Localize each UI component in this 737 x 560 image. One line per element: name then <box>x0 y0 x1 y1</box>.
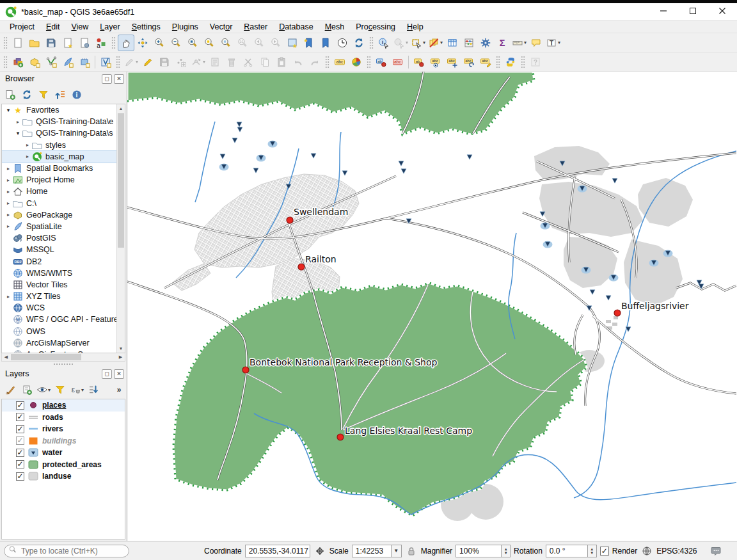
measure-button[interactable]: ▾ <box>511 35 528 51</box>
crs-value[interactable]: EPSG:4326 <box>656 547 697 556</box>
browser-item-qgis-training-data-e[interactable]: ▸QGIS-Training-Data\e <box>2 116 116 127</box>
expander-icon[interactable]: ▸ <box>4 294 12 300</box>
zoom-to-selection-button[interactable] <box>201 35 218 51</box>
new-temporary-scratch-layer-button[interactable] <box>76 54 93 70</box>
change-label-properties-button[interactable]: abc <box>477 54 494 70</box>
layer-checkbox[interactable]: ✓ <box>16 425 24 433</box>
layer-row-places[interactable]: ✓places <box>2 399 125 412</box>
expander-icon[interactable]: ▸ <box>4 189 12 195</box>
menu-processing[interactable]: Processing <box>350 22 401 32</box>
expander-icon[interactable]: ▸ <box>4 223 12 229</box>
browser-item-project-home[interactable]: ▸Project Home <box>2 174 116 186</box>
dropdown-arrow-icon[interactable]: ▾ <box>203 59 205 65</box>
open-layer-styling-button[interactable] <box>3 382 18 397</box>
browser-item-wfs-ogc-api-features[interactable]: VWFS / OGC API - Features <box>2 314 116 325</box>
browser-item-arcgismapserver[interactable]: ArcGisMapServer <box>2 337 116 349</box>
expander-icon[interactable]: ▾ <box>14 130 22 136</box>
toolbar-drag-handle[interactable] <box>3 55 8 69</box>
menu-layer[interactable]: Layer <box>94 22 125 32</box>
menu-view[interactable]: View <box>65 22 94 32</box>
zoom-in-button[interactable] <box>151 35 168 51</box>
layer-checkbox[interactable]: ✓ <box>16 436 24 445</box>
zoom-out-button[interactable] <box>168 35 184 51</box>
magnifier-value[interactable]: 100% <box>456 545 502 557</box>
menu-project[interactable]: Project <box>4 22 40 32</box>
browser-float-button[interactable]: ◻ <box>102 74 112 84</box>
layers-close-button[interactable]: ✕ <box>114 369 124 379</box>
field-calculator-button[interactable] <box>461 35 477 51</box>
new-shapefile-layer-button[interactable] <box>43 54 59 70</box>
locator-input[interactable] <box>20 546 116 556</box>
close-button[interactable] <box>708 3 737 20</box>
browser-item-arcgisfeatureserver[interactable]: ArcGisFeatureServer <box>2 349 116 353</box>
open-data-source-manager-button[interactable] <box>10 54 26 70</box>
save-project-button[interactable] <box>43 35 59 51</box>
extents-toggle-icon[interactable] <box>313 545 326 557</box>
dropdown-arrow-icon[interactable]: ▾ <box>423 40 425 45</box>
browser-hscrollbar[interactable]: ◀ ▶ <box>1 353 125 362</box>
browser-item-basic-map[interactable]: ▸basic_map <box>2 151 116 163</box>
rotation-value[interactable]: 0.0 ° <box>546 545 588 557</box>
layer-checkbox[interactable]: ✓ <box>16 472 24 481</box>
collapse-all-button[interactable] <box>52 87 68 102</box>
deselect-features-button[interactable]: ▾ <box>427 35 444 51</box>
layer-row-water[interactable]: ✓water <box>2 447 125 459</box>
coordinate-value[interactable]: 20.5535,-34.0117 <box>245 545 310 557</box>
scroll-down-arrow[interactable]: ▼ <box>117 344 125 353</box>
expander-icon[interactable]: ▸ <box>4 200 12 206</box>
browser-item-home[interactable]: ▸Home <box>2 186 116 197</box>
scroll-left-arrow[interactable]: ◀ <box>2 353 10 361</box>
browser-item-ows[interactable]: OWS <box>2 326 116 337</box>
browser-item-vector-tiles[interactable]: Vector Tiles <box>2 279 116 291</box>
python-console-button[interactable] <box>502 54 519 70</box>
toolbar-drag-handle[interactable] <box>325 55 329 69</box>
menu-vector[interactable]: Vector <box>204 22 238 32</box>
browser-item-wcs[interactable]: WCS <box>2 302 116 314</box>
dropdown-arrow-icon[interactable]: ▾ <box>406 40 408 45</box>
dropdown-arrow-icon[interactable]: ▾ <box>524 40 527 45</box>
rotate-label-button[interactable]: abc <box>461 54 477 70</box>
rotation-steppers[interactable]: ▲▼ <box>588 545 597 557</box>
toggle-unplaced-labels-button[interactable]: abc <box>390 54 406 70</box>
style-manager-button[interactable]: a <box>93 35 109 51</box>
dropdown-arrow-icon[interactable]: ▾ <box>440 40 443 45</box>
scale-value[interactable]: 1:42253 <box>352 545 392 557</box>
magnifier-steppers[interactable]: ▲▼ <box>502 545 511 557</box>
open-project-button[interactable] <box>26 35 43 51</box>
layer-row-landuse[interactable]: ✓landuse <box>2 470 125 483</box>
expander-icon[interactable]: ▸ <box>4 177 12 183</box>
menu-database[interactable]: Database <box>273 22 319 32</box>
layer-checkbox[interactable]: ✓ <box>16 460 24 468</box>
statistical-summary-button[interactable]: Σ <box>494 35 511 51</box>
toolbar-drag-handle[interactable] <box>496 55 500 69</box>
dropdown-arrow-icon[interactable]: ▾ <box>136 59 138 65</box>
menu-raster[interactable]: Raster <box>238 22 273 32</box>
toggle-editing-button[interactable] <box>139 54 156 70</box>
panel-splitter[interactable] <box>0 362 127 367</box>
browser-item-wms-wmts[interactable]: WMS/WMTS <box>2 268 116 279</box>
new-spatialite-layer-button[interactable] <box>59 54 76 70</box>
new-spatial-bookmark-button[interactable]: ★ <box>301 35 317 51</box>
expander-icon[interactable]: ▸ <box>4 166 12 172</box>
browser-close-button[interactable]: ✕ <box>114 74 124 84</box>
add-selected-layers-button[interactable] <box>3 87 18 102</box>
new-print-layout-button[interactable]: ★ <box>59 35 76 51</box>
filter-by-expression-button[interactable]: ε▾ <box>69 382 84 397</box>
zoom-to-layer-button[interactable] <box>218 35 234 51</box>
add-group-button[interactable] <box>19 382 35 397</box>
filter-legend-button[interactable] <box>52 382 68 397</box>
show-layout-manager-button[interactable] <box>76 35 93 51</box>
processing-toolbox-button[interactable] <box>477 35 494 51</box>
enable-properties-widget-button[interactable]: i <box>69 87 84 102</box>
refresh-browser-button[interactable] <box>19 87 35 102</box>
manage-map-themes-button[interactable]: ▾ <box>36 382 51 397</box>
layer-diagram-options-button[interactable] <box>348 54 365 70</box>
highlight-pinned-labels-button[interactable]: ab <box>373 54 390 70</box>
scroll-thumb-h[interactable] <box>11 354 81 360</box>
crs-globe-icon[interactable] <box>640 545 653 557</box>
messages-icon[interactable] <box>709 545 722 557</box>
menu-mesh[interactable]: Mesh <box>319 22 351 32</box>
browser-item-mssql[interactable]: MSSQL <box>2 244 116 255</box>
temporal-controller-button[interactable] <box>334 35 351 51</box>
map-canvas[interactable]: SwellendamRailtonBuffeljagsrivierBontebo… <box>127 72 737 541</box>
